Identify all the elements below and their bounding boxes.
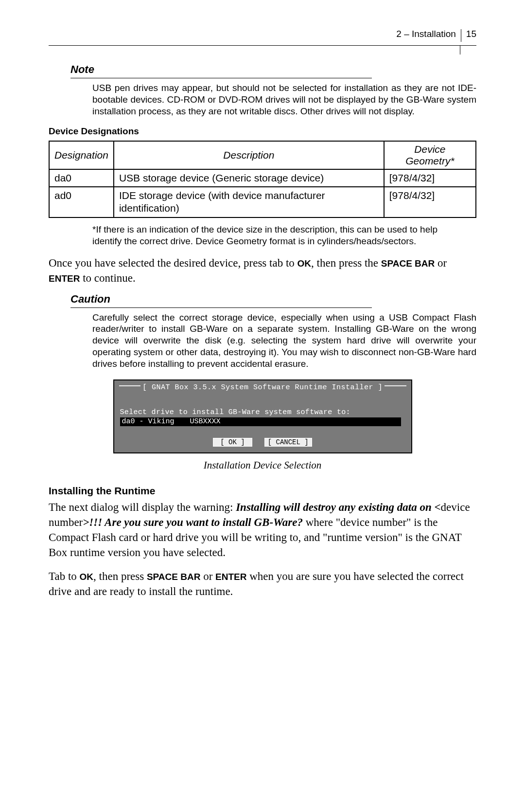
col-geometry: Device Geometry*	[384, 141, 476, 169]
ok-label: OK	[298, 258, 312, 269]
note-heading: Note	[70, 63, 372, 78]
table-footnote: *If there is an indication of the device…	[92, 224, 438, 247]
enter-label: ENTER	[49, 273, 80, 284]
cell-description: USB storage device (Generic storage devi…	[114, 169, 384, 187]
caution-body: Carefully select the correct storage dev…	[92, 312, 476, 370]
terminal-ok-button[interactable]: OK	[213, 438, 252, 447]
page-number: 15	[461, 29, 476, 42]
runtime-paragraph-1: The next dialog will display the warning…	[49, 500, 476, 560]
note-body: USB pen drives may appear, but should no…	[92, 82, 476, 117]
terminal-window: GNAT Box 3.5.x System Software Runtime I…	[113, 379, 412, 453]
col-designation: Designation	[49, 141, 114, 169]
cell-geometry: [978/4/32]	[384, 169, 476, 187]
runtime-paragraph-2: Tab to OK, then press SPACE BAR or ENTER…	[49, 569, 476, 599]
table-row: ad0 IDE storage device (with device manu…	[49, 187, 476, 217]
caution-heading: Caution	[70, 293, 372, 308]
caution-block: Caution Carefully select the correct sto…	[49, 293, 476, 370]
installing-runtime-heading: Installing the Runtime	[49, 485, 476, 497]
cell-designation: ad0	[49, 187, 114, 217]
enter-label: ENTER	[215, 572, 246, 582]
table-row: da0 USB storage device (Generic storage …	[49, 169, 476, 187]
terminal-title: GNAT Box 3.5.x System Software Runtime I…	[140, 383, 385, 392]
note-block: Note USB pen drives may appear, but shou…	[49, 63, 476, 117]
terminal-cancel-button[interactable]: CANCEL	[264, 438, 312, 447]
paragraph-select-device: Once you have selected the desired devic…	[49, 255, 476, 286]
space-bar-label: SPACE BAR	[147, 572, 201, 582]
terminal-prompt: Select drive to install GB-Ware system s…	[120, 408, 405, 416]
chapter-label: 2 – Installation	[396, 29, 461, 42]
terminal-input-left: da0 - Viking	[122, 418, 190, 426]
col-description: Description	[114, 141, 384, 169]
cell-geometry: [978/4/32]	[384, 187, 476, 217]
terminal-input[interactable]: da0 - VikingUSBXXXX	[120, 417, 401, 426]
space-bar-label: SPACE BAR	[381, 258, 435, 269]
device-designations-table: Designation Description Device Geometry*…	[49, 141, 476, 218]
terminal-input-right: USBXXXX	[190, 417, 221, 426]
cell-designation: da0	[49, 169, 114, 187]
page-header: 2 – Installation 15	[49, 29, 476, 46]
device-designations-label: Device Designations	[49, 126, 476, 137]
ok-label: OK	[80, 572, 94, 582]
warning-text-2: >!!! Are you sure you want to install GB…	[83, 516, 303, 528]
warning-text-1: Installing will destroy any existing dat…	[236, 501, 440, 513]
cell-description: IDE storage device (with device manufact…	[114, 187, 384, 217]
figure-caption: Installation Device Selection	[49, 459, 476, 471]
